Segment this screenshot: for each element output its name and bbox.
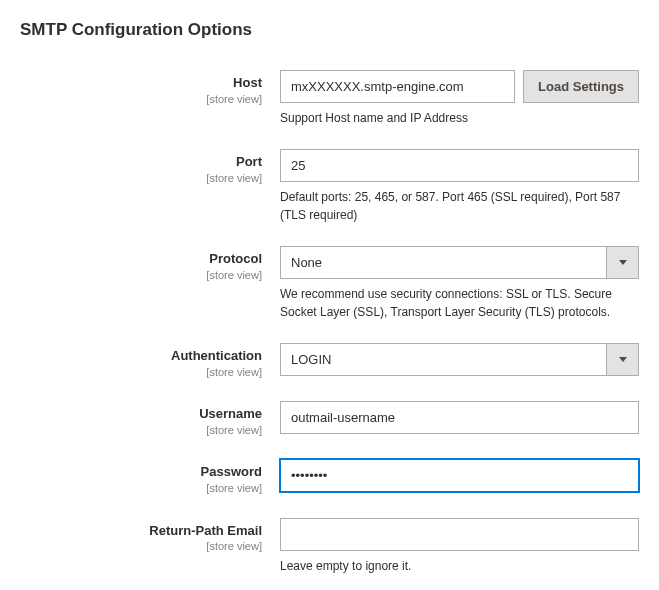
- password-label: Password: [20, 464, 262, 481]
- authentication-label-wrap: Authentication [store view]: [20, 343, 280, 379]
- return-path-label: Return-Path Email: [20, 523, 262, 540]
- field-password: Password [store view]: [20, 459, 639, 495]
- username-input[interactable]: [280, 401, 639, 434]
- host-label-wrap: Host [store view]: [20, 70, 280, 106]
- host-input-row: Load Settings: [280, 70, 639, 103]
- return-path-input[interactable]: [280, 518, 639, 551]
- field-host: Host [store view] Load Settings Support …: [20, 70, 639, 127]
- authentication-scope: [store view]: [20, 365, 262, 379]
- port-label: Port: [20, 154, 262, 171]
- port-scope: [store view]: [20, 171, 262, 185]
- protocol-select[interactable]: None: [280, 246, 639, 279]
- host-label: Host: [20, 75, 262, 92]
- authentication-select[interactable]: LOGIN: [280, 343, 639, 376]
- protocol-control: None We recommend use security connectio…: [280, 246, 639, 321]
- return-path-label-wrap: Return-Path Email [store view]: [20, 518, 280, 554]
- password-label-wrap: Password [store view]: [20, 459, 280, 495]
- authentication-select-value: LOGIN: [280, 343, 639, 376]
- host-input[interactable]: [280, 70, 515, 103]
- field-return-path: Return-Path Email [store view] Leave emp…: [20, 518, 639, 575]
- username-label: Username: [20, 406, 262, 423]
- password-control: [280, 459, 639, 492]
- field-protocol: Protocol [store view] None We recommend …: [20, 246, 639, 321]
- authentication-control: LOGIN: [280, 343, 639, 376]
- authentication-label: Authentication: [20, 348, 262, 365]
- protocol-label-wrap: Protocol [store view]: [20, 246, 280, 282]
- return-path-control: Leave empty to ignore it.: [280, 518, 639, 575]
- host-note: Support Host name and IP Address: [280, 109, 639, 127]
- username-control: [280, 401, 639, 434]
- username-label-wrap: Username [store view]: [20, 401, 280, 437]
- protocol-scope: [store view]: [20, 268, 262, 282]
- port-control: Default ports: 25, 465, or 587. Port 465…: [280, 149, 639, 224]
- return-path-note: Leave empty to ignore it.: [280, 557, 639, 575]
- field-username: Username [store view]: [20, 401, 639, 437]
- username-scope: [store view]: [20, 423, 262, 437]
- load-settings-button[interactable]: Load Settings: [523, 70, 639, 103]
- host-control: Load Settings Support Host name and IP A…: [280, 70, 639, 127]
- port-input[interactable]: [280, 149, 639, 182]
- section-title: SMTP Configuration Options: [20, 20, 639, 40]
- field-authentication: Authentication [store view] LOGIN: [20, 343, 639, 379]
- protocol-note: We recommend use security connections: S…: [280, 285, 639, 321]
- host-scope: [store view]: [20, 92, 262, 106]
- protocol-select-value: None: [280, 246, 639, 279]
- return-path-scope: [store view]: [20, 539, 262, 553]
- password-input[interactable]: [280, 459, 639, 492]
- password-scope: [store view]: [20, 481, 262, 495]
- port-label-wrap: Port [store view]: [20, 149, 280, 185]
- field-port: Port [store view] Default ports: 25, 465…: [20, 149, 639, 224]
- protocol-label: Protocol: [20, 251, 262, 268]
- port-note: Default ports: 25, 465, or 587. Port 465…: [280, 188, 639, 224]
